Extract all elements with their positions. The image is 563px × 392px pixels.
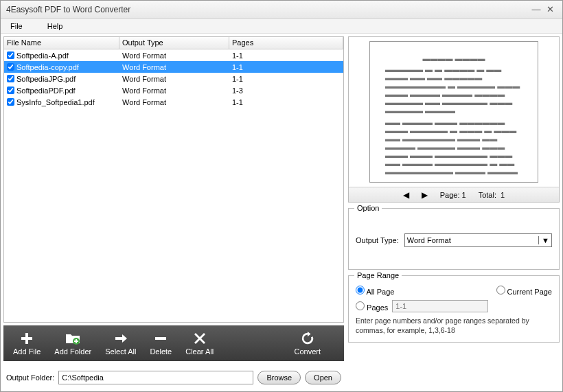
add-file-label: Add File bbox=[13, 347, 41, 356]
preview-panel: ▬▬▬▬ ▬▬▬▬ ▬▬▬▬▬ ▬ ▬ ▬▬▬▬ ▬ ▬▬ ▬▬▬ ▬▬ ▬▬ … bbox=[348, 36, 560, 203]
output-type-select[interactable]: Word Format ▼ bbox=[404, 233, 552, 247]
range-hint: Enter page numbers and/or page ranges se… bbox=[356, 316, 552, 335]
clear-all-label: Clear All bbox=[185, 347, 214, 356]
svg-rect-1 bbox=[155, 337, 166, 340]
delete-label: Delete bbox=[150, 347, 172, 356]
cell-filename: SoftpediaJPG.pdf bbox=[16, 75, 76, 83]
row-checkbox[interactable] bbox=[7, 75, 14, 82]
cell-pages: 1-1 bbox=[229, 98, 343, 106]
table-body: Softpedia-A.pdfWord Format1-1Softpedia-c… bbox=[4, 49, 343, 322]
cell-filename: Softpedia-copy.pdf bbox=[16, 63, 79, 71]
next-page-button[interactable]: ▶ bbox=[422, 190, 428, 200]
delete-button[interactable]: Delete bbox=[144, 330, 177, 357]
col-filename[interactable]: File Name bbox=[4, 37, 119, 49]
option-legend: Option bbox=[354, 204, 382, 212]
convert-label: Convert bbox=[294, 347, 321, 356]
cell-pages: 1-3 bbox=[229, 87, 343, 95]
prev-page-button[interactable]: ◀ bbox=[403, 190, 409, 200]
cell-output: Word Format bbox=[119, 75, 229, 83]
select-all-label: Select All bbox=[105, 347, 136, 356]
row-checkbox[interactable] bbox=[7, 51, 14, 59]
cell-pages: 1-1 bbox=[229, 51, 343, 60]
output-type-label: Output Type: bbox=[356, 236, 399, 244]
chevron-down-icon: ▼ bbox=[538, 236, 549, 244]
table-header: File Name Output Type Pages bbox=[4, 37, 343, 49]
window-title: 4Easysoft PDF to Word Converter bbox=[6, 5, 529, 14]
table-row[interactable]: SoftpediaPDF.pdfWord Format1-3 bbox=[4, 84, 343, 96]
refresh-icon bbox=[300, 331, 315, 346]
table-row[interactable]: SysInfo_Softpedia1.pdfWord Format1-1 bbox=[4, 96, 343, 108]
browse-button[interactable]: Browse bbox=[257, 371, 301, 384]
plus-icon bbox=[19, 331, 34, 346]
main-toolbar: Add File Add Folder Select All Delete Cl… bbox=[3, 325, 344, 361]
add-folder-label: Add Folder bbox=[54, 347, 91, 356]
total-indicator: Total: 1 bbox=[479, 191, 505, 199]
cell-output: Word Format bbox=[119, 98, 229, 106]
row-checkbox[interactable] bbox=[7, 63, 14, 71]
x-icon bbox=[192, 331, 207, 346]
add-file-button[interactable]: Add File bbox=[8, 330, 46, 357]
app-window: 4Easysoft PDF to Word Converter — ✕ File… bbox=[0, 0, 563, 392]
file-table: File Name Output Type Pages Softpedia-A.… bbox=[3, 36, 344, 323]
clear-all-button[interactable]: Clear All bbox=[180, 330, 219, 357]
cell-output: Word Format bbox=[119, 63, 229, 71]
open-button[interactable]: Open bbox=[305, 371, 341, 384]
cell-pages: 1-1 bbox=[229, 63, 343, 71]
menu-help[interactable]: Help bbox=[43, 21, 67, 32]
cell-filename: Softpedia-A.pdf bbox=[16, 51, 69, 60]
output-folder-input[interactable] bbox=[58, 371, 253, 384]
close-button[interactable]: ✕ bbox=[543, 4, 557, 14]
col-output[interactable]: Output Type bbox=[119, 37, 229, 49]
output-folder-label: Output Folder: bbox=[6, 373, 54, 382]
left-pane: File Name Output Type Pages Softpedia-A.… bbox=[3, 36, 344, 389]
pages-input[interactable] bbox=[392, 300, 488, 312]
table-row[interactable]: Softpedia-copy.pdfWord Format1-1 bbox=[4, 61, 343, 73]
right-pane: ▬▬▬▬ ▬▬▬▬ ▬▬▬▬▬ ▬ ▬ ▬▬▬▬ ▬ ▬▬ ▬▬▬ ▬▬ ▬▬ … bbox=[348, 36, 560, 389]
table-row[interactable]: Softpedia-A.pdfWord Format1-1 bbox=[4, 49, 343, 61]
row-checkbox[interactable] bbox=[7, 87, 14, 94]
convert-button[interactable]: Convert bbox=[288, 330, 326, 357]
radio-all-page[interactable]: All Page bbox=[356, 286, 394, 296]
titlebar: 4Easysoft PDF to Word Converter — ✕ bbox=[1, 1, 562, 19]
range-legend: Page Range bbox=[354, 271, 402, 279]
radio-pages[interactable]: Pages bbox=[356, 301, 388, 312]
menu-file[interactable]: File bbox=[6, 21, 27, 32]
menubar: File Help bbox=[1, 19, 562, 34]
output-type-value: Word Format bbox=[407, 236, 451, 244]
col-pages[interactable]: Pages bbox=[229, 37, 343, 49]
cell-pages: 1-1 bbox=[229, 75, 343, 83]
row-checkbox[interactable] bbox=[7, 98, 14, 106]
minimize-button[interactable]: — bbox=[529, 4, 543, 14]
cell-filename: SysInfo_Softpedia1.pdf bbox=[16, 98, 95, 106]
page-range-group: Page Range All Page Current Page Pages E… bbox=[348, 275, 560, 343]
table-row[interactable]: SoftpediaJPG.pdfWord Format1-1 bbox=[4, 73, 343, 84]
cell-output: Word Format bbox=[119, 87, 229, 95]
folder-plus-icon bbox=[65, 331, 80, 346]
radio-current-page[interactable]: Current Page bbox=[496, 286, 553, 296]
select-all-button[interactable]: Select All bbox=[100, 330, 141, 357]
cell-output: Word Format bbox=[119, 51, 229, 60]
page-indicator: Page: 1 bbox=[440, 191, 466, 199]
cell-filename: SoftpediaPDF.pdf bbox=[16, 87, 76, 95]
preview-nav: ◀ ▶ Page: 1 Total: 1 bbox=[349, 187, 559, 202]
output-folder-row: Output Folder: Browse Open bbox=[3, 361, 344, 389]
option-group: Option Output Type: Word Format ▼ bbox=[348, 208, 560, 270]
preview-page: ▬▬▬▬ ▬▬▬▬ ▬▬▬▬▬ ▬ ▬ ▬▬▬▬ ▬ ▬▬ ▬▬▬ ▬▬ ▬▬ … bbox=[369, 41, 538, 183]
minus-icon bbox=[153, 331, 168, 346]
content: File Name Output Type Pages Softpedia-A.… bbox=[1, 34, 562, 391]
add-folder-button[interactable]: Add Folder bbox=[49, 330, 97, 357]
arrow-right-icon bbox=[113, 331, 128, 346]
